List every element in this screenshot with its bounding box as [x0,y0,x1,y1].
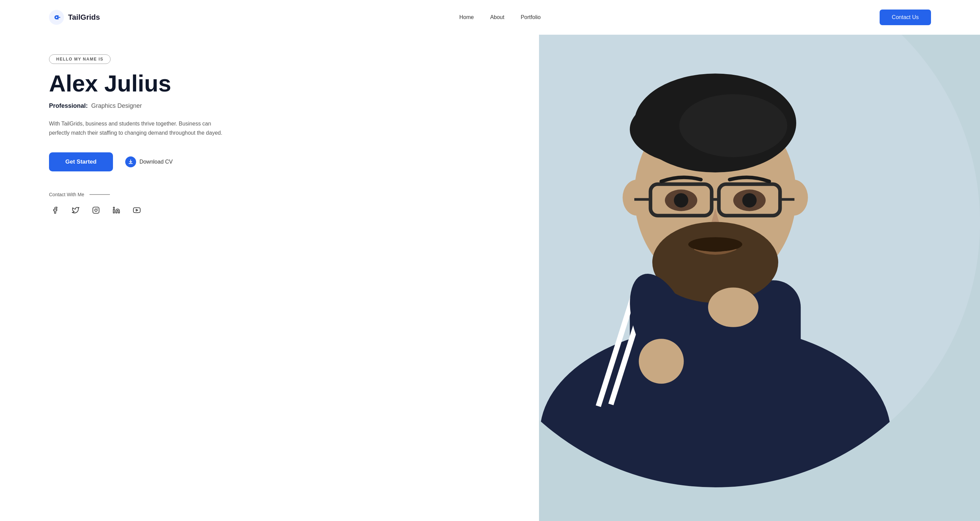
svg-point-17 [779,179,808,216]
professional-line: Professional: Graphics Designer [49,102,490,110]
download-cv-label: Download CV [140,159,173,165]
contact-with-me: Contact With Me [49,192,490,197]
download-cv-button[interactable]: Download CV [125,156,173,167]
hero-content: HELLO MY NAME IS Alex Julius Professiona… [49,54,490,521]
svg-point-15 [679,94,788,157]
cta-row: Get Started Download CV [49,152,490,172]
nav-link-portfolio[interactable]: Portfolio [520,14,541,21]
nav-link-home[interactable]: Home [460,14,474,21]
professional-value: Graphics Designer [91,102,142,110]
nav-left: TailGrids [49,10,100,25]
svg-rect-4 [113,209,115,213]
download-icon [125,156,136,167]
svg-point-26 [743,193,757,207]
linkedin-icon[interactable] [110,204,123,216]
svg-point-30 [639,339,684,384]
professional-label: Professional: [49,102,88,110]
contact-section: Contact With Me [49,192,490,216]
svg-point-28 [688,237,743,252]
svg-point-31 [708,288,759,327]
right-background [539,0,980,521]
logo-icon[interactable] [49,10,64,25]
svg-rect-2 [93,207,99,213]
nav-links-container: Home About Portfolio [439,14,541,21]
instagram-icon[interactable] [90,204,102,216]
contact-us-button[interactable]: Contact Us [880,10,931,25]
svg-point-5 [113,207,115,208]
svg-point-25 [674,193,688,207]
hello-badge: HELLO MY NAME IS [49,54,111,64]
navbar: TailGrids Home About Portfolio Contact U… [0,0,980,35]
nav-link-about[interactable]: About [490,14,504,21]
contact-label: Contact With Me [49,192,84,197]
svg-point-0 [49,10,64,25]
facebook-icon[interactable] [49,204,61,216]
profile-circle [539,0,980,487]
svg-point-16 [623,179,652,216]
svg-marker-6 [136,209,138,211]
hero-description: With TailGrids, business and students th… [49,119,226,137]
contact-divider [89,194,110,195]
get-started-button[interactable]: Get Started [49,152,113,172]
left-section: HELLO MY NAME IS Alex Julius Professiona… [0,0,539,521]
twitter-icon[interactable] [69,204,82,216]
hero-name: Alex Julius [49,71,490,96]
right-section [539,0,980,521]
social-icons [49,204,490,216]
youtube-icon[interactable] [130,204,143,216]
person-illustration [539,0,940,487]
nav-links: Home About Portfolio [460,14,541,21]
brand-name: TailGrids [68,13,100,22]
